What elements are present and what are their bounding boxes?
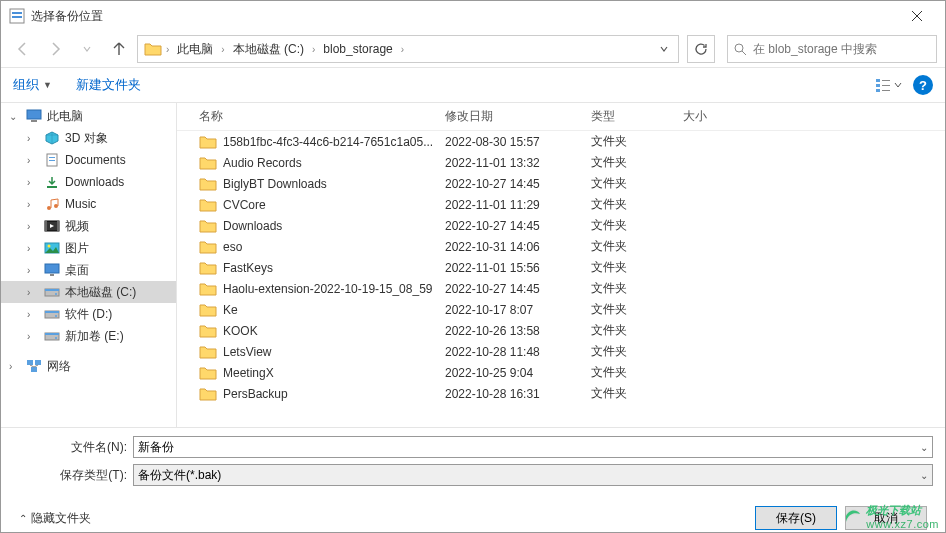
file-row[interactable]: LetsView 2022-10-28 11:48 文件夹 [177,341,945,362]
sidebar-item[interactable]: › 桌面 [1,259,176,281]
file-row[interactable]: MeetingX 2022-10-25 9:04 文件夹 [177,362,945,383]
file-name: CVCore [223,198,266,212]
sidebar-item-network[interactable]: › 网络 [1,355,176,377]
file-date: 2022-11-01 11:29 [435,198,581,212]
file-name: eso [223,240,242,254]
drive-icon [43,284,61,300]
file-type: 文件夹 [581,175,673,192]
expander-icon[interactable]: › [27,309,39,320]
sidebar-item[interactable]: › 软件 (D:) [1,303,176,325]
file-date: 2022-10-17 8:07 [435,303,581,317]
expander-icon[interactable]: › [27,155,39,166]
svg-point-27 [55,293,57,295]
column-header-type[interactable]: 类型 [581,108,673,125]
folder-icon [199,198,217,212]
file-type: 文件夹 [581,301,673,318]
expander-icon[interactable]: › [27,243,39,254]
file-row[interactable]: BiglyBT Downloads 2022-10-27 14:45 文件夹 [177,173,945,194]
chevron-down-icon[interactable]: ⌄ [920,470,928,481]
sidebar-item[interactable]: › 图片 [1,237,176,259]
expander-icon[interactable]: › [27,199,39,210]
search-icon [734,43,747,56]
file-date: 2022-10-26 13:58 [435,324,581,338]
column-header-size[interactable]: 大小 [673,108,753,125]
forward-button[interactable] [41,35,69,63]
file-row[interactable]: CVCore 2022-11-01 11:29 文件夹 [177,194,945,215]
sidebar-item-label: 视频 [65,218,89,235]
file-type: 文件夹 [581,217,673,234]
expander-icon[interactable]: › [27,287,39,298]
file-date: 2022-11-01 13:32 [435,156,581,170]
expander-icon[interactable]: › [27,221,39,232]
file-type: 文件夹 [581,196,673,213]
chevron-right-icon[interactable]: › [219,44,226,55]
expander-icon[interactable]: › [27,177,39,188]
breadcrumb-item[interactable]: 此电脑 [171,36,219,62]
column-header-date[interactable]: 修改日期 [435,108,581,125]
expander-icon[interactable]: › [27,331,39,342]
up-button[interactable] [105,35,133,63]
back-button[interactable] [9,35,37,63]
chevron-down-icon[interactable] [652,36,676,62]
filename-combo[interactable]: ⌄ [133,436,933,458]
file-row[interactable]: Haolu-extension-2022-10-19-15_08_59 2022… [177,278,945,299]
svg-rect-24 [50,274,54,276]
file-row[interactable]: Downloads 2022-10-27 14:45 文件夹 [177,215,945,236]
expander-icon[interactable]: ⌄ [9,111,21,122]
sidebar-item[interactable]: › 视频 [1,215,176,237]
sidebar-item-this-pc[interactable]: ⌄ 此电脑 [1,105,176,127]
file-date: 2022-08-30 15:57 [435,135,581,149]
file-row[interactable]: Audio Records 2022-11-01 13:32 文件夹 [177,152,945,173]
sidebar-item[interactable]: › Downloads [1,171,176,193]
breadcrumb[interactable]: › 此电脑 › 本地磁盘 (C:) › blob_storage › [137,35,679,63]
folder-icon [199,156,217,170]
folder-icon [199,366,217,380]
view-mode-button[interactable] [875,77,903,93]
file-row[interactable]: Ke 2022-10-17 8:07 文件夹 [177,299,945,320]
file-name: BiglyBT Downloads [223,177,327,191]
folder-icon [199,261,217,275]
column-header-name[interactable]: 名称 [177,108,435,125]
file-name: Downloads [223,219,282,233]
svg-rect-15 [47,186,57,188]
chevron-down-icon[interactable]: ⌄ [920,442,928,453]
file-row[interactable]: PersBackup 2022-10-28 16:31 文件夹 [177,383,945,404]
expander-icon[interactable]: › [9,361,21,372]
svg-rect-29 [45,311,59,313]
folder-icon [199,240,217,254]
chevron-right-icon[interactable]: › [164,44,171,55]
file-row[interactable]: FastKeys 2022-11-01 15:56 文件夹 [177,257,945,278]
sidebar-item[interactable]: › 本地磁盘 (C:) [1,281,176,303]
help-button[interactable]: ? [913,75,933,95]
new-folder-button[interactable]: 新建文件夹 [76,76,141,94]
file-row[interactable]: 158b1fbc-4fc3-44c6-b214-7651c1a05... 202… [177,131,945,152]
save-button[interactable]: 保存(S) [755,506,837,530]
refresh-button[interactable] [687,35,715,63]
sidebar-item[interactable]: › 3D 对象 [1,127,176,149]
chevron-right-icon[interactable]: › [310,44,317,55]
sidebar-item[interactable]: › Documents [1,149,176,171]
hide-folders-toggle[interactable]: ⌃ 隐藏文件夹 [19,510,91,527]
search-input[interactable] [727,35,937,63]
file-row[interactable]: eso 2022-10-31 14:06 文件夹 [177,236,945,257]
sidebar-item[interactable]: › Music [1,193,176,215]
file-list: 名称 修改日期 类型 大小 158b1fbc-4fc3-44c6-b214-76… [177,103,945,427]
file-name: Haolu-extension-2022-10-19-15_08_59 [223,282,432,296]
search-field[interactable] [753,42,930,56]
folder-icon [199,135,217,149]
filename-input[interactable] [138,440,928,454]
file-row[interactable]: KOOK 2022-10-26 13:58 文件夹 [177,320,945,341]
organize-menu[interactable]: 组织▼ [13,76,52,94]
expander-icon[interactable]: › [27,265,39,276]
filetype-combo[interactable]: 备份文件(*.bak) ⌄ [133,464,933,486]
cancel-button[interactable]: 取消 [845,506,927,530]
breadcrumb-item[interactable]: 本地磁盘 (C:) [227,36,310,62]
sidebar-item[interactable]: › 新加卷 (E:) [1,325,176,347]
recent-dropdown-icon[interactable] [73,35,101,63]
close-button[interactable] [897,2,937,30]
chevron-right-icon[interactable]: › [399,44,406,55]
svg-rect-8 [882,85,890,86]
expander-icon[interactable]: › [27,133,39,144]
breadcrumb-item[interactable]: blob_storage [317,36,398,62]
file-name: MeetingX [223,366,274,380]
